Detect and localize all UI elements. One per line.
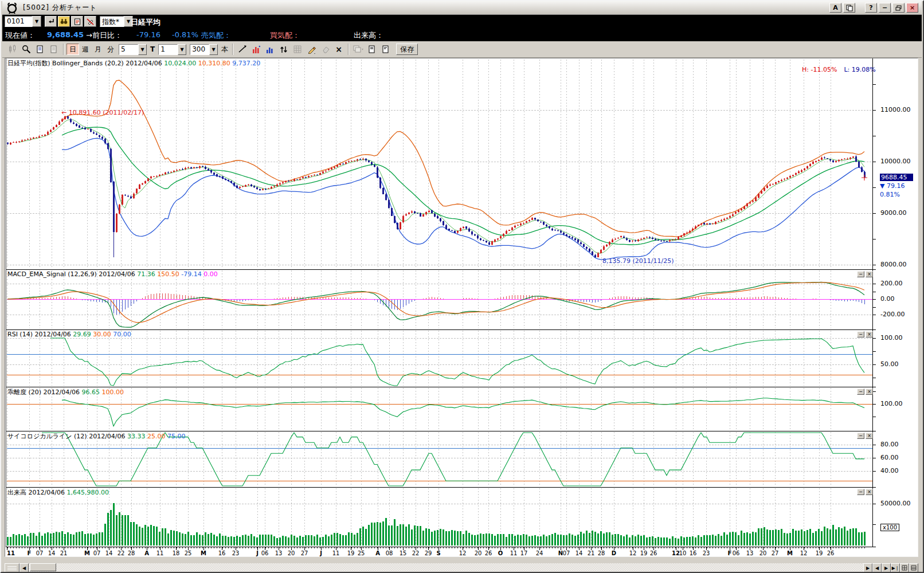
chart-canvas[interactable]: 11F071421M07142228A111825M1623J06132027J… xyxy=(6,58,877,557)
high-low-pct-annotation: H: -11.05%L: 19.08% xyxy=(802,66,876,73)
layout-save-button[interactable] xyxy=(365,43,379,56)
pencil-icon xyxy=(307,45,316,54)
help-button[interactable]: ? xyxy=(865,3,877,13)
category-select[interactable]: 指数* ▼ xyxy=(100,16,133,27)
period-month-toggle[interactable]: 月 xyxy=(92,44,104,55)
grid-button[interactable] xyxy=(291,43,304,56)
step-forward-button[interactable]: ▶ xyxy=(882,563,891,572)
close-button[interactable]: × xyxy=(906,3,918,13)
pane-close-button[interactable]: × xyxy=(866,433,873,439)
period-minute-toggle[interactable]: 分 xyxy=(104,44,117,55)
svg-text:19: 19 xyxy=(640,550,648,556)
candle-chart-button[interactable] xyxy=(6,43,19,56)
layout-grid-button[interactable] xyxy=(900,563,909,572)
change-label: →前日比： xyxy=(86,30,122,41)
symbol-code-value[interactable]: 0101 xyxy=(5,16,32,27)
indicator-blue-button[interactable] xyxy=(263,43,277,56)
page-prev-button[interactable] xyxy=(33,43,47,56)
header-text-segment: 出来高 2012/04/06 xyxy=(7,489,66,496)
enter-button[interactable] xyxy=(45,16,57,27)
indicator-red-button[interactable] xyxy=(249,43,263,56)
svg-text:S: S xyxy=(436,550,440,556)
svg-text:07: 07 xyxy=(36,550,44,556)
zoom-button[interactable] xyxy=(19,43,33,56)
memo-button[interactable] xyxy=(71,16,83,27)
svg-text:A: A xyxy=(375,550,380,556)
period-day-toggle[interactable]: 日 xyxy=(66,44,79,55)
page-next-button[interactable] xyxy=(47,43,61,56)
pane-close-button[interactable]: × xyxy=(866,388,873,395)
jump-end-button[interactable]: ▶❘ xyxy=(891,563,900,572)
symbol-code-combo[interactable]: 0101 ▼ xyxy=(5,16,41,27)
pane-minimize-button[interactable]: − xyxy=(857,388,864,395)
svg-text:29: 29 xyxy=(425,550,432,556)
header-text-segment: 100.00 xyxy=(100,388,124,396)
header-text-segment: 70.00 xyxy=(111,331,131,338)
save-button[interactable]: 保存 xyxy=(396,44,418,55)
bars-select-value[interactable]: 5 xyxy=(119,44,138,55)
no-draw-button[interactable] xyxy=(84,16,96,27)
symbol-code-dropdown-icon[interactable]: ▼ xyxy=(32,16,41,27)
count-select[interactable]: 300 ▼ xyxy=(190,44,218,55)
eraser-button[interactable] xyxy=(318,43,332,56)
font-button[interactable]: A xyxy=(829,3,841,13)
count-select-value[interactable]: 300 xyxy=(190,44,209,55)
svg-text:M: M xyxy=(787,550,793,556)
layout-table-button[interactable] xyxy=(909,563,918,572)
interval-select[interactable]: 1 ▼ xyxy=(158,44,186,55)
layout-load-button[interactable] xyxy=(379,43,393,56)
pane-close-button[interactable]: × xyxy=(866,271,873,277)
count-select-dropdown-icon[interactable]: ▼ xyxy=(209,44,218,55)
page-icon xyxy=(36,45,44,54)
bars-select-dropdown-icon[interactable]: ▼ xyxy=(138,44,147,55)
pane-minimize-button[interactable]: − xyxy=(857,489,864,495)
scrollbar-track[interactable] xyxy=(29,563,863,572)
pane-minimize-button[interactable]: − xyxy=(857,331,864,337)
scroll-left-button[interactable]: ◀ xyxy=(19,563,29,572)
y-axis-label: 50000.00 xyxy=(880,500,918,507)
high-annotation: ← 10,891.60 (2011/02/17) xyxy=(61,109,144,116)
step-back-button[interactable]: ◀ xyxy=(872,563,882,572)
quote-values-row: 現在値： 9,688.45 →前日比： -79.16 -0.81% 売気配： 買… xyxy=(2,29,922,41)
header-text-segment: 33.33 xyxy=(127,433,146,440)
bars-select[interactable]: 5 ▼ xyxy=(119,44,147,55)
category-value[interactable]: 指数* xyxy=(100,16,124,27)
scroll-right-button[interactable]: ▶ xyxy=(863,563,872,572)
search-button[interactable] xyxy=(58,16,70,27)
pane-close-button[interactable]: × xyxy=(866,489,873,495)
svg-text:27: 27 xyxy=(772,550,779,556)
bollinger-bands-layer xyxy=(19,80,864,260)
scrollbar-thumb[interactable] xyxy=(30,563,56,571)
header-text-segment: 30.00 xyxy=(91,331,111,338)
period-week-toggle[interactable]: 週 xyxy=(79,44,92,55)
y-axis-label: 9000.00 xyxy=(880,209,918,217)
current-price-change: ▼ 79.16 xyxy=(880,182,905,190)
svg-text:27: 27 xyxy=(301,550,308,556)
interval-select-dropdown-icon[interactable]: ▼ xyxy=(178,44,186,55)
sort-axis-button[interactable] xyxy=(277,43,291,56)
restore-button[interactable] xyxy=(892,3,905,13)
interval-select-value[interactable]: 1 xyxy=(158,44,178,55)
red-histogram-icon xyxy=(252,45,260,54)
pane-minimize-button[interactable]: − xyxy=(857,433,864,439)
rsi-layer xyxy=(7,338,872,386)
minimize-button[interactable]: − xyxy=(879,3,891,13)
copy-chart-button[interactable] xyxy=(351,43,365,56)
symbol-row: 0101 ▼ xyxy=(2,15,922,29)
header-text-segment: RSI (14) 2012/04/06 xyxy=(7,331,73,338)
trendline-button[interactable] xyxy=(236,43,249,56)
splitter-grip[interactable] xyxy=(5,563,19,572)
candles-layer xyxy=(7,116,867,258)
grid-layer xyxy=(7,60,872,545)
pane-close-button[interactable]: × xyxy=(866,331,873,337)
svg-text:21: 21 xyxy=(60,550,68,556)
delete-drawing-button[interactable]: × xyxy=(332,43,346,56)
svg-text:11: 11 xyxy=(510,550,518,556)
draw-pencil-button[interactable] xyxy=(304,43,318,56)
svg-text:13: 13 xyxy=(275,550,283,556)
header-text-segment: 10,310.80 xyxy=(196,60,230,67)
current-price-label: 現在値： xyxy=(5,30,35,41)
pane-minimize-button[interactable]: − xyxy=(857,271,864,277)
y-axis-label: 100.00 xyxy=(880,334,918,342)
copy-window-button[interactable] xyxy=(843,3,855,13)
